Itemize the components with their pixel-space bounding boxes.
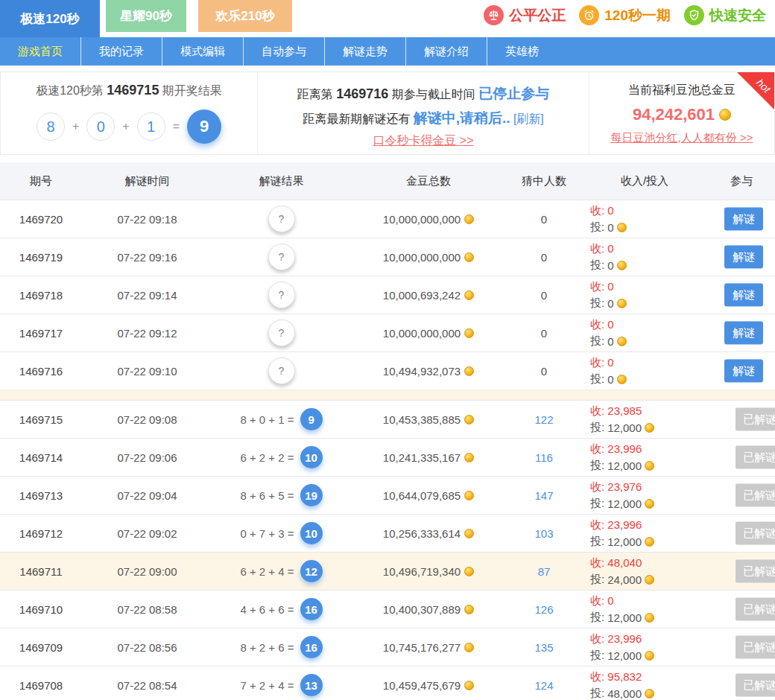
income-label: 收:: [590, 518, 607, 531]
nav-item-intro[interactable]: 解谜介绍: [405, 37, 487, 66]
table-body: 1469720 07-22 09:18 ? 10,000,000,000 0 收…: [0, 200, 775, 700]
draw-number-2: 0: [86, 112, 115, 141]
issue-number: 1469717: [0, 327, 82, 340]
invest-value: 12,000: [607, 459, 642, 472]
result-cell: ? 8 + 0 + 1 = 9: [212, 408, 350, 430]
coin-icon: [464, 643, 474, 652]
income-label: 收:: [590, 632, 607, 645]
invest-value: 24,000: [607, 573, 642, 586]
invest-value: 12,000: [607, 649, 642, 662]
coin-icon: [645, 651, 654, 661]
invest-label: 投:: [590, 687, 604, 700]
income-line: 收: 23,976: [590, 480, 708, 494]
promo-link[interactable]: 口令秒卡得金豆 >>: [373, 134, 473, 147]
invest-line: 投: 12,000: [590, 421, 708, 435]
invest-line: 投: 0: [590, 258, 708, 273]
total-beans: 10,000,000,000: [350, 251, 507, 264]
guessed-count: 103: [507, 527, 581, 540]
income-line: 收: 23,996: [590, 518, 708, 532]
table-row: 1469715 07-22 09:08 ? 8 + 0 + 1 = 9 10,4…: [0, 400, 775, 438]
solved-button: 已解谜: [736, 674, 775, 697]
result-expression: 6 + 2 + 2 =: [240, 451, 294, 464]
coin-icon: [645, 613, 654, 623]
total-beans-value: 10,459,475,679: [383, 679, 461, 692]
nav-item-auto-join[interactable]: 自动参与: [243, 37, 324, 66]
result-expression: 4 + 6 + 6 =: [240, 603, 294, 616]
invest-line: 投: 0: [590, 334, 708, 349]
deadline-prefix: 距离第: [297, 88, 333, 101]
guessed-count: 0: [507, 213, 581, 226]
result-sum-badge: 12: [300, 560, 323, 582]
coin-icon: [464, 681, 474, 690]
income-line: 收: 48,040: [590, 556, 708, 570]
coin-icon: [617, 261, 627, 270]
income-line: 收: 23,996: [590, 632, 708, 646]
result-cell: ? 4 + 6 + 6 = 16: [212, 598, 350, 620]
invest-value: 12,000: [607, 497, 642, 510]
issue-number: 1469712: [0, 527, 82, 540]
deadline-status: 已停止参与: [478, 86, 549, 101]
issue-number: 1469715: [0, 413, 82, 426]
invest-value: 0: [607, 373, 613, 386]
income-value: 23,996: [607, 632, 642, 645]
invest-label: 投:: [590, 497, 604, 511]
tab-speed-120s[interactable]: 极速120秒: [0, 0, 100, 37]
solved-button: 已解谜: [736, 522, 775, 545]
pool-dividend-link[interactable]: 每日豆池分红,人人都有份 >>: [611, 131, 753, 145]
solve-button[interactable]: 解谜: [724, 322, 763, 345]
income-value: 0: [607, 204, 613, 217]
total-beans-value: 10,000,000,000: [383, 327, 461, 340]
table-row: 1469711 07-22 09:00 ? 6 + 2 + 4 = 12 10,…: [0, 552, 775, 590]
invest-line: 投: 12,000: [590, 497, 708, 511]
total-beans: 10,000,000,000: [350, 213, 507, 226]
table-row: 1469719 07-22 09:16 ? 10,000,000,000 0 收…: [0, 238, 775, 276]
issue-number: 1469711: [0, 565, 82, 578]
total-beans-value: 10,745,176,277: [383, 641, 461, 654]
nav-item-mode-edit[interactable]: 模式编辑: [162, 37, 243, 66]
total-beans: 10,494,932,073: [350, 365, 507, 378]
join-cell: 解谜 已解谜: [708, 276, 775, 314]
solve-button[interactable]: 解谜: [724, 246, 763, 269]
total-beans-value: 10,496,719,340: [383, 565, 461, 578]
result-sum-badge: 19: [300, 484, 323, 506]
issue-number: 1469710: [0, 603, 82, 616]
join-cell: 解谜 已解谜: [708, 314, 775, 351]
nav-item-hero-rank[interactable]: 英雄榜: [487, 37, 557, 66]
income-invest-cell: 收: 0 投: 0: [581, 204, 708, 235]
invest-label: 投:: [590, 459, 604, 473]
draw-time: 07-22 09:10: [82, 365, 212, 378]
coin-icon: [617, 375, 627, 384]
trust-badges: 公平公正 120秒一期 快速安全: [484, 5, 766, 25]
income-value: 95,832: [607, 670, 642, 683]
deadline-suffix: 期参与截止时间: [392, 88, 475, 101]
issue-number: 1469719: [0, 251, 82, 264]
solve-button[interactable]: 解谜: [724, 360, 763, 383]
nav-item-home[interactable]: 游戏首页: [0, 37, 80, 66]
deadline-issue: 1469716: [336, 86, 388, 101]
badge-label: 120秒一期: [604, 6, 671, 25]
refresh-link[interactable]: [刷新]: [513, 112, 544, 125]
total-beans-value: 10,000,000,000: [383, 213, 461, 226]
nav-item-my-records[interactable]: 我的记录: [80, 37, 162, 66]
pool-section: 当前福利豆池总金豆 94,242,601 每日豆池分红,人人都有份 >> hot: [589, 72, 774, 154]
income-invest-cell: 收: 23,996 投: 12,000: [581, 632, 708, 663]
join-cell: 解谜 已解谜: [708, 477, 775, 514]
coin-icon: [464, 567, 474, 576]
solve-button[interactable]: 解谜: [724, 208, 763, 231]
table-row: 1469708 07-22 08:54 ? 7 + 2 + 4 = 13 10,…: [0, 666, 775, 700]
coin-icon: [719, 109, 731, 121]
solve-button[interactable]: 解谜: [724, 284, 763, 307]
income-label: 收:: [590, 442, 607, 455]
countdown-section: 距离第 1469716 期参与截止时间 已停止参与 距离最新期解谜还有 解谜中,…: [258, 72, 589, 154]
result-cell: ? 8 + 6 + 5 = 19: [212, 484, 350, 506]
tab-happy-210s[interactable]: 欢乐210秒: [198, 0, 292, 32]
tab-star-90s[interactable]: 星耀90秒: [106, 0, 186, 32]
total-beans-value: 10,453,385,885: [383, 413, 461, 426]
draw-time: 07-22 08:58: [82, 603, 212, 616]
coin-icon: [464, 252, 474, 262]
solved-button: 已解谜: [736, 560, 775, 583]
total-beans: 10,644,079,685: [350, 489, 507, 502]
nav-item-trends[interactable]: 解谜走势: [324, 37, 405, 66]
income-value: 23,976: [607, 480, 642, 493]
invest-line: 投: 12,000: [590, 649, 708, 663]
